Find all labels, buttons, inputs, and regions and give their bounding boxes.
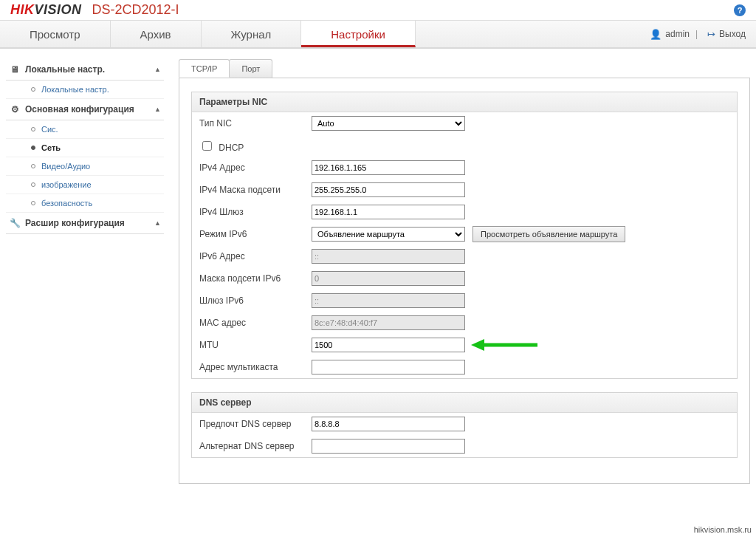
section-title-nic: Параметры NIC <box>192 92 737 112</box>
row-mtu: MTU <box>192 334 737 356</box>
bullet-icon <box>31 182 35 187</box>
input-mtu[interactable] <box>312 338 465 352</box>
input-ipv6-addr <box>312 249 465 264</box>
nav-tab-settings[interactable]: Настройки <box>301 21 416 47</box>
current-user: admin <box>665 29 690 39</box>
sidebar-group-advanced[interactable]: 🔧 Расшир конфигурация ▲ <box>6 213 164 234</box>
label-ipv6-mask: Маска подсети IPv6 <box>199 273 312 284</box>
settings-panel: Параметры NIC Тип NIC Auto DHCP IPv4 Адр… <box>179 78 750 484</box>
input-ipv6-mask <box>312 271 465 286</box>
label-dhcp-wrap: DHCP <box>199 139 312 153</box>
sidebar-group-basic[interactable]: ⚙ Основная конфигурация ▲ <box>6 99 164 120</box>
gear-icon: ⚙ <box>9 104 21 114</box>
nav-right: 👤 admin | ↦ Выход <box>646 21 756 47</box>
sidebar-item-label: Сеть <box>41 143 61 152</box>
sidebar-item-label: изображение <box>41 180 92 189</box>
sidebar-group-label: Локальные настр. <box>25 64 105 75</box>
row-ipv4-gw: IPv4 Шлюз <box>192 201 737 223</box>
input-ipv6-gw <box>312 293 465 308</box>
sidebar-item-local-settings[interactable]: Локальные настр. <box>6 81 164 99</box>
label-ipv6-addr: IPv6 Адрес <box>199 251 312 261</box>
row-nic-type: Тип NIC Auto <box>192 112 737 134</box>
row-mac: MAC адрес <box>192 312 737 334</box>
input-dns-pref[interactable] <box>312 417 465 431</box>
logout-link[interactable]: Выход <box>719 29 746 39</box>
sidebar-item-label: Локальные настр. <box>41 85 109 94</box>
bullet-icon <box>31 146 35 150</box>
chevron-up-icon: ▲ <box>154 106 161 113</box>
content: TCP/IP Порт Параметры NIC Тип NIC Auto D… <box>179 59 750 484</box>
row-ipv6-mask: Маска подсети IPv6 <box>192 267 737 290</box>
sidebar-item-label: Видео/Аудио <box>41 162 90 171</box>
svg-marker-1 <box>471 339 484 351</box>
bullet-icon <box>31 127 35 131</box>
label-dns-alt: Альтернат DNS сервер <box>199 441 312 451</box>
bullet-icon <box>31 164 35 168</box>
input-multicast[interactable] <box>312 360 465 374</box>
section-dns: DNS сервер Предпочт DNS сервер Альтернат… <box>191 392 738 458</box>
input-mac <box>312 315 465 330</box>
select-nic-type[interactable]: Auto <box>312 116 465 131</box>
label-dhcp: DHCP <box>219 143 244 153</box>
row-dns-alt: Альтернат DNS сервер <box>192 435 737 457</box>
top-bar: HIKVISION DS-2CD2012-I ? <box>0 0 756 21</box>
label-ipv6-gw: Шлюз IPv6 <box>199 295 312 306</box>
button-view-route-advert[interactable]: Просмотреть объявление маршрута <box>472 226 625 242</box>
sidebar-item-label: безопасность <box>41 199 92 208</box>
chevron-up-icon: ▲ <box>154 66 161 73</box>
subtabs: TCP/IP Порт <box>179 59 750 78</box>
checkbox-dhcp[interactable] <box>202 141 212 151</box>
input-ipv4-mask[interactable] <box>312 182 465 197</box>
row-ipv6-mode: Режим IPv6 Объявление маршрута Просмотре… <box>192 223 737 245</box>
label-multicast: Адрес мультикаста <box>199 362 312 372</box>
chevron-up-icon: ▲ <box>154 219 161 227</box>
label-ipv6-mode: Режим IPv6 <box>199 229 312 239</box>
row-ipv4-addr: IPv4 Адрес <box>192 157 737 179</box>
select-ipv6-mode[interactable]: Объявление маршрута <box>312 227 465 242</box>
annotation-arrow <box>471 339 530 351</box>
brand-logo: HIKVISION <box>10 2 82 18</box>
input-ipv4-gw[interactable] <box>312 205 465 219</box>
sidebar-item-network[interactable]: Сеть <box>6 139 164 157</box>
sidebar-group-local[interactable]: 🖥 Локальные настр. ▲ <box>6 59 164 81</box>
sidebar-item-security[interactable]: безопасность <box>6 194 164 213</box>
body-area: 🖥 Локальные настр. ▲ Локальные настр. ⚙ … <box>0 49 756 490</box>
subtab-port[interactable]: Порт <box>229 59 272 78</box>
sidebar-item-video-audio[interactable]: Видео/Аудио <box>6 157 164 176</box>
input-dns-alt[interactable] <box>312 439 465 454</box>
input-ipv4-addr[interactable] <box>312 160 465 175</box>
monitor-icon: 🖥 <box>9 64 21 75</box>
logout-icon: ↦ <box>707 29 715 40</box>
brand-hik: HIK <box>10 2 35 17</box>
bullet-icon <box>31 201 35 205</box>
label-mtu: MTU <box>199 340 312 350</box>
sidebar-item-image[interactable]: изображение <box>6 176 164 194</box>
user-icon: 👤 <box>650 29 662 40</box>
sidebar-group-label: Расшир конфигурация <box>25 218 125 228</box>
nav-separator: | <box>695 29 698 39</box>
sidebar-item-system[interactable]: Сис. <box>6 120 164 139</box>
row-multicast: Адрес мультикаста <box>192 356 737 378</box>
row-dns-pref: Предпочт DNS сервер <box>192 413 737 435</box>
label-dns-pref: Предпочт DNS сервер <box>199 419 312 429</box>
sidebar-group-label: Основная конфигурация <box>25 104 134 114</box>
label-mac: MAC адрес <box>199 318 312 328</box>
wrench-icon: 🔧 <box>9 218 21 228</box>
label-ipv4-mask: IPv4 Маска подсети <box>199 185 312 195</box>
row-dhcp: DHCP <box>192 134 737 157</box>
nav-tab-archive[interactable]: Архив <box>111 21 202 47</box>
subtab-tcpip[interactable]: TCP/IP <box>179 59 230 78</box>
help-icon[interactable]: ? <box>734 4 746 16</box>
section-title-dns: DNS сервер <box>192 393 737 413</box>
brand-vision: VISION <box>35 2 82 17</box>
nav-tab-log[interactable]: Журнал <box>202 21 302 47</box>
sidebar: 🖥 Локальные настр. ▲ Локальные настр. ⚙ … <box>6 59 164 234</box>
main-nav: Просмотр Архив Журнал Настройки 👤 admin … <box>0 21 756 49</box>
bullet-icon <box>31 87 35 92</box>
sidebar-item-label: Сис. <box>41 125 58 134</box>
label-nic-type: Тип NIC <box>199 118 312 129</box>
row-ipv6-gw: Шлюз IPv6 <box>192 290 737 312</box>
nav-tab-preview[interactable]: Просмотр <box>0 21 111 47</box>
row-ipv4-mask: IPv4 Маска подсети <box>192 179 737 201</box>
label-ipv4-addr: IPv4 Адрес <box>199 163 312 173</box>
